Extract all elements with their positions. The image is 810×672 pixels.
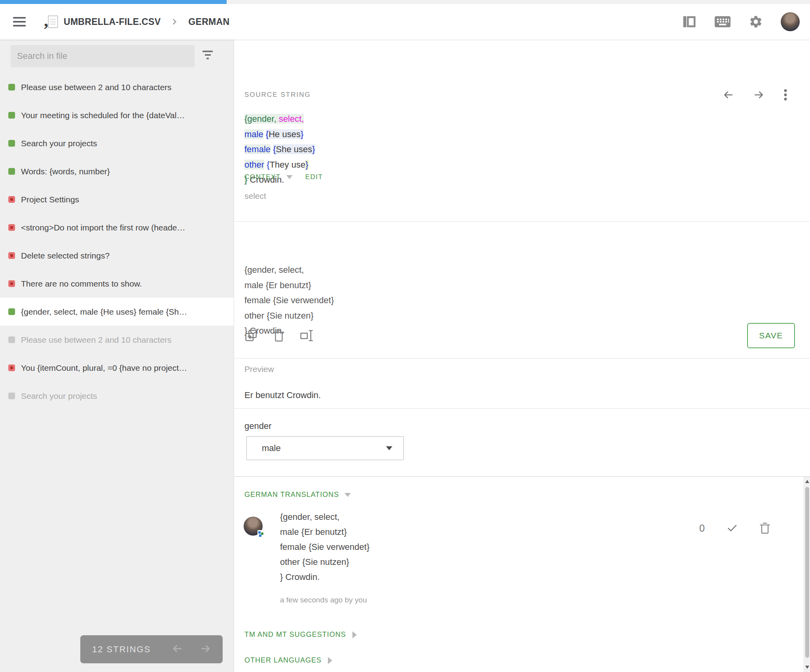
- top-app-bar: , UMBRELLA-FILE.CSV GERMAN: [0, 4, 810, 40]
- string-label: Search your projects: [21, 391, 97, 401]
- source-line: female {She uses}: [244, 142, 315, 157]
- translator-avatar: [244, 517, 263, 536]
- string-status-icon: [8, 140, 15, 147]
- side-by-side-view-icon[interactable]: [681, 15, 698, 29]
- tm-expand-icon: [352, 631, 357, 638]
- previous-string-icon[interactable]: [721, 89, 735, 101]
- panel-divider: [234, 476, 810, 477]
- string-list-item[interactable]: Please use between 2 and 10 characters: [0, 73, 234, 101]
- translation-entry-meta: a few seconds ago by you: [280, 596, 367, 604]
- string-list-item[interactable]: Search your projects: [0, 129, 234, 157]
- source-line: other {They use}: [244, 157, 315, 173]
- prev-page-icon[interactable]: [170, 643, 184, 656]
- source-line: {gender, select,: [244, 111, 315, 127]
- string-label: There are no comments to show.: [21, 279, 142, 289]
- german-translations-header[interactable]: GERMAN TRANSLATIONS: [244, 491, 339, 499]
- preview-text: Er benutzt Crowdin.: [244, 390, 321, 400]
- save-button[interactable]: SAVE: [747, 323, 795, 348]
- strings-sidebar: Search in file Please use between 2 and …: [0, 40, 234, 672]
- context-dropdown-icon[interactable]: [286, 175, 293, 179]
- string-label: Project Settings: [21, 195, 79, 204]
- other-languages-toggle[interactable]: OTHER LANGUAGES: [244, 656, 332, 664]
- copy-source-icon[interactable]: [244, 329, 258, 342]
- keyboard-shortcuts-icon[interactable]: [714, 15, 731, 29]
- string-list: Please use between 2 and 10 charactersYo…: [0, 40, 234, 672]
- approve-translation-icon[interactable]: [725, 522, 739, 534]
- strings-counter-pill: 12 STRINGS: [80, 635, 223, 663]
- translation-progress-bar: [0, 0, 810, 4]
- string-status-icon: [8, 252, 15, 259]
- csv-file-icon: ,: [48, 15, 58, 28]
- string-list-item[interactable]: Words: {words, number}: [0, 157, 234, 185]
- string-label: You {itemCount, plural, =0 {have no proj…: [21, 363, 187, 373]
- string-label: Your meeting is scheduled for the {dateV…: [21, 111, 185, 120]
- settings-gear-icon[interactable]: [748, 15, 764, 29]
- tm-suggestions-label: TM AND MT SUGGESTIONS: [244, 630, 346, 639]
- select-text-icon[interactable]: [300, 329, 315, 342]
- other-languages-label: OTHER LANGUAGES: [244, 656, 322, 664]
- string-status-icon: [8, 84, 15, 91]
- other-languages-expand-icon: [328, 657, 332, 664]
- translation-rating: 0: [699, 523, 705, 534]
- source-line: male {He uses}: [244, 127, 315, 142]
- string-list-item[interactable]: Project Settings: [0, 185, 234, 213]
- divider: [234, 221, 810, 222]
- editor-panel: SOURCE STRING {gender, select,male {He u…: [234, 40, 810, 672]
- translator-badge-icon: [257, 530, 264, 538]
- gender-select[interactable]: male: [246, 436, 404, 460]
- string-status-icon: [8, 168, 15, 175]
- crowdin-editor: , UMBRELLA-FILE.CSV GERMAN S: [0, 0, 810, 672]
- translation-entry-text: {gender, select, male {Er benutzt} femal…: [280, 510, 369, 585]
- delete-translation-icon[interactable]: [759, 522, 770, 534]
- topbar-actions: [681, 12, 800, 31]
- breadcrumb-file-name[interactable]: UMBRELLA-FILE.CSV: [64, 17, 161, 27]
- context-value: select: [244, 191, 266, 201]
- string-status-icon: [8, 280, 15, 287]
- user-avatar[interactable]: [781, 12, 800, 31]
- string-label: Words: {words, number}: [21, 167, 110, 176]
- scrollbar-thumb[interactable]: [805, 487, 809, 658]
- scroll-down-icon[interactable]: [805, 666, 809, 669]
- string-label: Please use between 2 and 10 characters: [21, 335, 172, 345]
- gender-select-value: male: [262, 443, 281, 453]
- translation-progress-fill: [0, 0, 227, 4]
- preview-label: Preview: [244, 364, 274, 374]
- string-list-item[interactable]: Please use between 2 and 10 characters: [0, 326, 234, 354]
- string-label: {gender, select, male {He uses} female {…: [21, 307, 187, 317]
- gender-param-label: gender: [244, 421, 272, 431]
- menu-icon[interactable]: [13, 17, 26, 26]
- string-list-item[interactable]: You {itemCount, plural, =0 {have no proj…: [0, 354, 234, 382]
- more-options-icon[interactable]: [783, 89, 788, 101]
- string-status-icon: [8, 336, 15, 343]
- breadcrumb-chevron-icon: [169, 17, 180, 27]
- string-status-icon: [8, 112, 15, 119]
- tm-suggestions-toggle[interactable]: TM AND MT SUGGESTIONS: [244, 630, 357, 639]
- string-list-item[interactable]: Delete selected strings?: [0, 242, 234, 270]
- string-list-item[interactable]: <strong>Do not import the first row (hea…: [0, 213, 234, 242]
- string-label: Search your projects: [21, 139, 97, 148]
- next-page-icon[interactable]: [199, 643, 212, 656]
- string-status-icon: [8, 196, 15, 203]
- next-string-icon[interactable]: [752, 89, 766, 101]
- string-list-item[interactable]: There are no comments to show.: [0, 270, 234, 298]
- clear-translation-icon[interactable]: [273, 329, 285, 342]
- scroll-up-icon[interactable]: [805, 480, 809, 483]
- string-list-item[interactable]: {gender, select, male {He uses} female {…: [0, 298, 234, 326]
- string-status-icon: [8, 224, 15, 231]
- translations-collapse-icon[interactable]: [344, 493, 351, 497]
- divider: [234, 408, 810, 409]
- body: Search in file Please use between 2 and …: [0, 40, 810, 672]
- strings-count-label: 12 STRINGS: [92, 644, 151, 655]
- context-toggle[interactable]: CONTEXT: [244, 173, 281, 181]
- context-edit-button[interactable]: EDIT: [305, 173, 323, 181]
- string-label: Delete selected strings?: [21, 251, 110, 260]
- string-status-icon: [8, 308, 15, 315]
- string-list-item[interactable]: Search your projects: [0, 382, 234, 410]
- scrollbar[interactable]: [804, 477, 810, 672]
- string-label: <strong>Do not import the first row (hea…: [21, 223, 185, 232]
- string-label: Please use between 2 and 10 characters: [21, 83, 172, 92]
- string-list-item[interactable]: Your meeting is scheduled for the {dateV…: [0, 101, 234, 129]
- source-string-header: SOURCE STRING: [244, 91, 311, 99]
- breadcrumb-language[interactable]: GERMAN: [188, 17, 229, 27]
- string-status-icon: [8, 364, 15, 371]
